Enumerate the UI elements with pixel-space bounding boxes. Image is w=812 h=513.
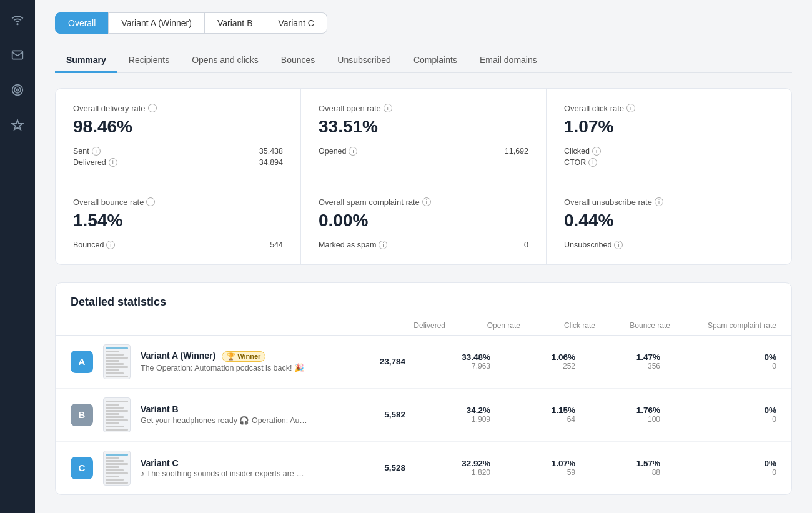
open-rate-label: Overall open rate i (319, 104, 528, 113)
sparkle-icon[interactable] (7, 115, 27, 135)
open-rate-value: 33.51% (319, 117, 528, 137)
variant-a-thumbnail (103, 344, 131, 379)
variant-c-subject: ♪ The soothing sounds of insider experts… (141, 469, 308, 478)
detailed-stats: Detailed statistics Delivered Open rate … (55, 282, 792, 495)
subtab-complaints[interactable]: Complaints (402, 49, 468, 73)
wifi-icon[interactable] (7, 10, 27, 30)
th-delivered: Delivered (358, 321, 445, 330)
variant-c-name: Variant C (141, 458, 308, 468)
sent-label: Sent (73, 147, 89, 156)
clicked-info-icon[interactable]: i (592, 147, 601, 156)
ctor-label: CTOR (564, 158, 586, 167)
stats-row-1: Overall delivery rate i 98.46% Sent i 35… (56, 89, 791, 182)
delivery-rate-label: Overall delivery rate i (73, 104, 283, 113)
variant-a-open-rate: 33.48% 7,963 (415, 352, 490, 371)
sidebar (0, 0, 35, 513)
detailed-stats-title: Detailed statistics (56, 283, 791, 316)
tab-variant-b[interactable]: Variant B (204, 12, 266, 34)
variant-c-delivered: 5,528 (318, 463, 405, 472)
variant-c-thumbnail (103, 451, 131, 486)
opened-info-icon[interactable]: i (349, 147, 357, 156)
stats-card: Overall delivery rate i 98.46% Sent i 35… (55, 88, 792, 265)
variant-a-name: Variant A (Winner) 🏆 Winner (141, 351, 308, 362)
unsub-rate-cell: Overall unsubscribe rate i 0.44% Unsubsc… (547, 182, 791, 264)
table-row: B Variant B Get your headphones rea (56, 389, 791, 442)
bounced-row: Bounced i 544 (73, 241, 283, 249)
subtab-bounces[interactable]: Bounces (270, 49, 326, 73)
delivery-rate-value: 98.46% (73, 117, 283, 137)
tab-variant-c[interactable]: Variant C (265, 12, 327, 34)
bounced-label: Bounced (73, 241, 104, 249)
tab-overall[interactable]: Overall (55, 12, 109, 34)
spam-row: Marked as spam i 0 (319, 241, 528, 249)
clicked-row: Clicked i (564, 147, 774, 156)
delivery-rate-info-icon[interactable]: i (148, 104, 157, 112)
click-rate-info-icon[interactable]: i (626, 104, 635, 112)
spam-rate-info-icon[interactable]: i (422, 197, 431, 206)
svg-point-0 (17, 24, 18, 25)
subtab-summary[interactable]: Summary (55, 49, 117, 73)
svg-rect-1 (12, 51, 23, 59)
variant-c-open-rate: 32.92% 1,820 (415, 459, 490, 477)
variant-b-delivered: 5,582 (318, 410, 405, 419)
variant-b-open-rate: 34.2% 1,909 (415, 406, 490, 424)
click-rate-cell: Overall click rate i 1.07% Clicked i CTO… (547, 89, 791, 182)
ctor-info-icon[interactable]: i (588, 158, 597, 167)
variant-a-badge: A (71, 351, 93, 373)
stats-row-2: Overall bounce rate i 1.54% Bounced i 54… (56, 182, 791, 264)
variant-a-delivered: 23,784 (318, 357, 405, 366)
sent-info-icon[interactable]: i (92, 147, 101, 156)
th-open-rate: Open rate (445, 321, 520, 330)
variant-a-info: Variant A (Winner) 🏆 Winner The Operatio… (141, 351, 308, 372)
variant-b-subject: Get your headphones ready 🎧 Operation: A… (141, 416, 308, 425)
tab-variant-a[interactable]: Variant A (Winner) (108, 12, 205, 34)
variant-b-bounce-rate: 1.76% 100 (585, 406, 660, 424)
click-rate-label: Overall click rate i (564, 104, 774, 113)
unsub-label: Unsubscribed (564, 241, 611, 249)
spam-info-icon[interactable]: i (379, 241, 387, 249)
delivered-label: Delivered (73, 158, 106, 167)
variant-c-info: Variant C ♪ The soothing sounds of insid… (141, 458, 308, 478)
sent-value: 35,438 (259, 147, 283, 156)
ctor-row: CTOR i (564, 158, 774, 167)
open-rate-info-icon[interactable]: i (384, 104, 392, 112)
clicked-label: Clicked (564, 147, 590, 156)
th-spam-rate: Spam complaint rate (670, 321, 776, 330)
variant-b-badge: B (71, 404, 93, 426)
variant-b-click-rate: 1.15% 64 (500, 406, 575, 424)
subtab-opens-clicks[interactable]: Opens and clicks (181, 49, 270, 73)
th-click-rate: Click rate (520, 321, 595, 330)
variant-c-bounce-rate: 1.57% 88 (585, 459, 660, 477)
delivered-value: 34,894 (259, 158, 283, 167)
unsub-info-icon[interactable]: i (614, 241, 623, 249)
variant-c-click-rate: 1.07% 59 (500, 459, 575, 477)
table-row: C Variant C ♪ The soothing sounds o (56, 442, 791, 494)
email-icon[interactable] (7, 45, 27, 65)
open-rate-cell: Overall open rate i 33.51% Opened i 11,6… (301, 89, 547, 182)
bounce-rate-cell: Overall bounce rate i 1.54% Bounced i 54… (56, 182, 301, 264)
delivered-info-icon[interactable]: i (109, 158, 117, 167)
unsub-row: Unsubscribed i (564, 241, 774, 249)
subtab-unsubscribed[interactable]: Unsubscribed (326, 49, 402, 73)
click-rate-value: 1.07% (564, 117, 774, 137)
spam-label: Marked as spam (319, 241, 376, 249)
winner-badge: 🏆 Winner (222, 351, 265, 362)
spam-rate-label: Overall spam complaint rate i (319, 197, 528, 207)
subtab-email-domains[interactable]: Email domains (468, 49, 548, 73)
bounced-info-icon[interactable]: i (106, 241, 115, 249)
variant-b-name: Variant B (141, 404, 308, 414)
bounce-rate-info-icon[interactable]: i (146, 197, 155, 206)
variant-b-thumbnail (103, 397, 131, 432)
th-bounce-rate: Bounce rate (595, 321, 670, 330)
unsub-rate-info-icon[interactable]: i (655, 197, 663, 206)
table-row: A Variant A (Winner) � (56, 336, 791, 389)
opened-value: 11,692 (505, 147, 528, 156)
bounce-rate-label: Overall bounce rate i (73, 197, 283, 207)
subtab-recipients[interactable]: Recipients (117, 49, 181, 73)
variant-b-spam-rate: 0% 0 (670, 406, 776, 424)
unsub-rate-label: Overall unsubscribe rate i (564, 197, 774, 207)
sent-row: Sent i 35,438 (73, 147, 283, 156)
opened-row: Opened i 11,692 (319, 147, 528, 156)
target-icon[interactable] (7, 80, 27, 100)
bounce-rate-value: 1.54% (73, 211, 283, 231)
